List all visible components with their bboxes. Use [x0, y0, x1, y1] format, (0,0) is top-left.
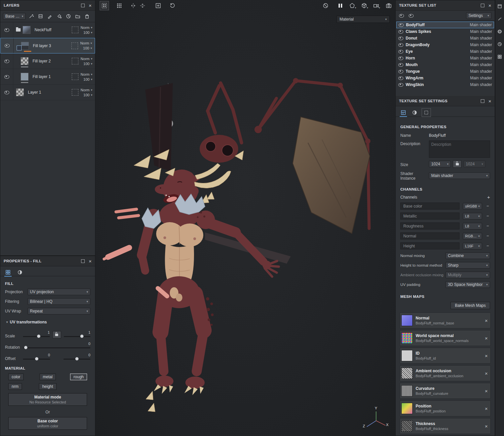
remove-mesh-map-icon[interactable]: × — [485, 406, 488, 411]
tab-material-properties[interactable] — [4, 268, 12, 276]
tab-display-settings[interactable] — [422, 108, 431, 117]
remove-channel-icon[interactable]: − — [485, 243, 490, 248]
close-icon[interactable]: × — [89, 259, 92, 264]
undock-icon[interactable] — [481, 99, 484, 103]
visibility-eye-icon[interactable] — [4, 59, 9, 63]
viewport-3d[interactable]: ▾ ▾ ▾ Material ▾ — [95, 0, 395, 436]
close-icon[interactable]: × — [89, 3, 92, 8]
visibility-eye-icon[interactable] — [4, 91, 9, 94]
dock-shelf-icon[interactable] — [496, 53, 503, 60]
add-paint-layer-icon[interactable] — [46, 13, 53, 20]
layer-row-neckfluff[interactable]: NeckFluff Norm▾ 100▾ — [0, 22, 95, 38]
texture-set-row-bodyfluff[interactable]: BodyFluff Main shader — [396, 22, 494, 28]
filtering-dropdown[interactable]: Bilinear | HQ ▾ — [28, 298, 90, 305]
tab-channels-settings[interactable] — [399, 109, 408, 117]
visibility-eye-icon[interactable] — [398, 83, 403, 87]
remove-mesh-map-icon[interactable]: × — [485, 424, 488, 429]
remove-channel-icon[interactable]: − — [485, 214, 490, 218]
close-icon[interactable]: × — [488, 99, 491, 104]
channel-name-field[interactable]: Metallic — [400, 213, 459, 219]
base-color-button[interactable]: Base color uniform color — [8, 417, 87, 430]
remove-channel-icon[interactable]: − — [485, 204, 490, 209]
remove-mesh-map-icon[interactable]: × — [485, 336, 488, 341]
smart-material-icon[interactable] — [65, 13, 72, 20]
channel-color-button[interactable]: color — [8, 374, 24, 380]
remove-mesh-map-icon[interactable]: × — [485, 318, 488, 323]
visibility-eye-icon[interactable] — [5, 44, 10, 47]
visibility-eye-icon[interactable] — [398, 37, 403, 40]
height-to-normal-dropdown[interactable]: Sharp ▾ — [446, 262, 490, 269]
remove-mesh-map-icon[interactable]: × — [485, 353, 488, 358]
offset-slider-x[interactable]: 0 — [23, 357, 50, 361]
channel-name-field[interactable]: Roughness — [400, 222, 459, 229]
close-icon[interactable]: × — [488, 3, 491, 8]
remove-channel-icon[interactable]: − — [485, 233, 490, 238]
uv-transformations-header[interactable]: ▾ UV transformations — [5, 320, 90, 324]
mesh-map-card-ambient-occlusion[interactable]: Ambient occlusion BodyFluff_ambient_occl… — [400, 365, 491, 381]
texture-set-row-dragonbody[interactable]: DragonBody Main shader — [396, 42, 494, 48]
uv-padding-dropdown[interactable]: 3D Space Neighbor ▾ — [446, 281, 490, 288]
uv-wrap-dropdown[interactable]: Repeat ▾ — [28, 308, 90, 314]
rotation-slider[interactable]: 0 — [23, 345, 90, 350]
scale-lock-button[interactable] — [52, 331, 61, 338]
ao-mixing-dropdown[interactable]: Multiply ▾ — [446, 272, 490, 278]
texture-set-row-horn[interactable]: Horn Main shader — [396, 55, 494, 61]
mask-thumbnail[interactable] — [72, 58, 78, 64]
remove-mesh-map-icon[interactable]: × — [485, 371, 488, 376]
size-dropdown[interactable]: 1024 ▾ — [429, 161, 451, 167]
visibility-eye-icon[interactable] — [398, 63, 403, 67]
texture-set-settings-dropdown[interactable]: Settings ▾ — [466, 12, 491, 19]
channel-nrm-button[interactable]: nrm — [8, 383, 22, 390]
tab-mask-properties[interactable] — [16, 268, 24, 276]
axis-gizmo[interactable]: Y Z X — [363, 407, 389, 429]
channel-name-field[interactable]: Normal — [400, 232, 459, 239]
undock-icon[interactable] — [81, 259, 85, 263]
texture-set-row-wingarm[interactable]: WingArm Main shader — [396, 75, 494, 81]
tab-shader-settings[interactable] — [410, 109, 419, 117]
visibility-eye-icon[interactable] — [398, 76, 403, 80]
mesh-map-card-curvature[interactable]: Curvature BodyFluff_curvature × — [400, 383, 491, 399]
visibility-eye-icon[interactable] — [4, 75, 9, 79]
visibility-eye-icon[interactable] — [4, 28, 9, 32]
visibility-eye-icon[interactable] — [398, 50, 403, 53]
add-channel-icon[interactable]: + — [487, 195, 490, 200]
channel-format-dropdown[interactable]: RGB16F ▾ — [463, 233, 482, 239]
layer-row-fill-layer-3[interactable]: Fill layer 3 Norm▾ 100▾ — [0, 38, 95, 53]
texture-set-row-donut[interactable]: Donut Main shader — [396, 35, 494, 42]
delete-layer-icon[interactable] — [83, 13, 91, 20]
mask-thumbnail[interactable] — [72, 27, 78, 33]
description-input[interactable] — [429, 140, 490, 158]
mesh-map-card-world-space-normal[interactable]: World space normal BodyFluff_world_space… — [400, 330, 491, 346]
mesh-map-card-id[interactable]: ID BodyFluff_id × — [400, 348, 491, 364]
visibility-eye-icon[interactable] — [398, 30, 403, 34]
texture-set-row-mouth[interactable]: Mouth Main shader — [396, 61, 494, 68]
texture-set-row-eye[interactable]: Eye Main shader — [396, 48, 494, 55]
projection-dropdown[interactable]: UV projection ▾ — [28, 289, 90, 295]
undock-icon[interactable] — [481, 4, 484, 7]
channel-metal-button[interactable]: metal — [40, 374, 56, 380]
fill-bucket-icon[interactable] — [55, 13, 63, 20]
show-all-eye-icon[interactable] — [399, 14, 404, 18]
dock-sphere-icon[interactable] — [496, 28, 503, 35]
texture-set-row-claws-spikes[interactable]: Claws Spikes Main shader — [396, 28, 494, 35]
channel-format-dropdown[interactable]: L8 ▾ — [463, 213, 482, 219]
channel-filter-dropdown[interactable]: Base colo ▾ — [3, 13, 26, 20]
visibility-eye-icon[interactable] — [399, 23, 404, 27]
layer-row-fill-layer-2[interactable]: Fill layer 2 Norm▾ 100▾ — [0, 53, 95, 69]
channel-rough-button[interactable]: rough — [70, 374, 87, 380]
dock-window-icon[interactable] — [496, 3, 503, 10]
remove-mesh-map-icon[interactable]: × — [485, 389, 488, 393]
size-lock-button[interactable] — [453, 160, 461, 168]
visibility-eye-icon[interactable] — [398, 56, 403, 60]
channel-format-dropdown[interactable]: L8 ▾ — [463, 223, 482, 229]
solo-eye-icon[interactable] — [409, 14, 414, 18]
texture-set-row-wingskin[interactable]: WingSkin Main shader — [396, 81, 494, 88]
mesh-map-card-thickness[interactable]: Thickness BodyFluff_thickness × — [400, 418, 491, 434]
bake-mesh-maps-button[interactable]: Bake Mesh Maps — [451, 302, 490, 309]
material-mode-button[interactable]: Material mode No Resource Selected — [8, 393, 87, 406]
undock-icon[interactable] — [81, 4, 85, 7]
layer-row-layer-1[interactable]: Layer 1 Norm▾ 100▾ — [0, 85, 95, 100]
remove-channel-icon[interactable]: − — [485, 223, 490, 228]
visibility-eye-icon[interactable] — [398, 43, 403, 47]
texture-set-row-tongue[interactable]: Tongue Main shader — [396, 68, 494, 75]
